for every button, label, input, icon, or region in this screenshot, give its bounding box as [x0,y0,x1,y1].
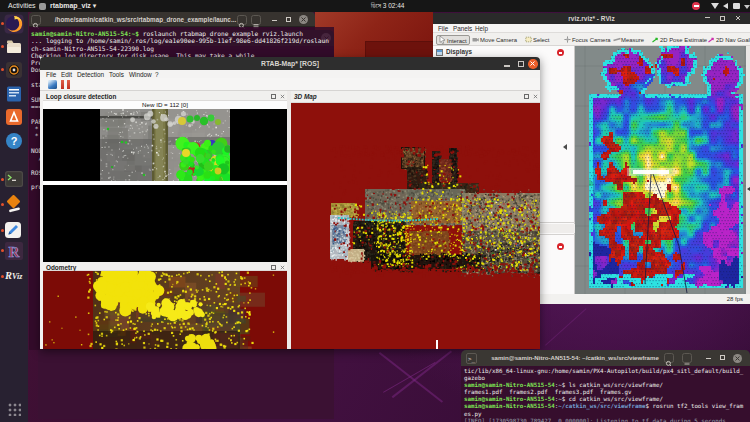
odometry-panel-header: Odometry [43,262,287,271]
dock-item-firefox[interactable] [4,14,24,34]
terminal1-headerbar[interactable]: /home/samin/catkin_ws/src/rtabmap_drone_… [29,12,315,27]
pause-icon[interactable] [61,80,70,89]
menu-panels[interactable]: Panels [453,25,472,32]
dock-item-files[interactable] [4,37,24,57]
rtabmap-left-column: Loop closure detection New ID = 112 [0] … [43,91,287,349]
loop-closure-panel-title: Loop closure detection [46,93,116,100]
search-button[interactable] [664,353,674,363]
clock[interactable]: ডিসে 3 02:44 [371,2,404,10]
rtabmap-right-column: 3D Map [291,91,540,349]
running-indicator [1,68,4,71]
close-icon[interactable] [735,15,741,22]
svg-text:?: ? [11,135,18,147]
screen-record-indicator [692,2,700,10]
terminal-icon: >_ [466,353,477,364]
float-icon[interactable] [271,265,276,270]
minimize-icon[interactable] [504,65,510,67]
tool-focus-camera[interactable]: Focus Camera [564,35,611,45]
interact-cursor-icon [439,36,446,43]
search-icon[interactable] [31,15,41,25]
float-icon[interactable] [524,94,529,99]
battery-icon[interactable] [733,3,740,9]
rtabmap-titlebar[interactable]: RTAB-Map* [ROS] [40,57,540,70]
detect-loop-icon[interactable] [48,80,57,89]
dock-item-help[interactable]: ? [4,131,24,151]
dock-item-ubuntu-software[interactable] [4,107,24,127]
network-icon[interactable] [711,3,719,9]
fps-counter: 28 fps [727,296,743,302]
activities-button[interactable]: Activities [8,2,36,10]
panel-header-icons [271,93,285,99]
system-menu-caret-icon[interactable] [744,5,750,9]
collapse-arrow-icon[interactable] [747,187,750,191]
map3d-panel-header: 3D Map [291,91,540,103]
menu-icon[interactable] [682,353,692,363]
volume-icon[interactable] [723,3,728,9]
maximize-icon[interactable] [286,17,291,22]
minimize-icon[interactable] [705,17,710,18]
views-panel-collapsed[interactable] [746,46,750,294]
dock-item-diamond-app[interactable] [4,195,24,215]
menu-help[interactable]: Help [475,25,488,32]
odometry-canvas[interactable] [43,271,287,349]
displays-buttons-partial[interactable] [538,224,575,233]
search-button[interactable] [237,15,247,25]
close-icon[interactable] [299,15,308,24]
camera-icon [472,36,479,43]
dock-item-text-editor[interactable] [4,221,24,241]
menu-file[interactable]: File [46,71,56,78]
tool-move-camera[interactable]: Move Camera [472,35,517,45]
maximize-icon[interactable] [720,355,725,360]
minimize-icon[interactable] [706,358,711,359]
close-icon[interactable] [528,59,538,69]
menu-window[interactable]: Window [129,71,152,78]
terminal2-headerbar[interactable]: >_ samin@samin-Nitro-AN515-54: ~/catkin_… [461,350,750,366]
panel-header-icons [524,93,538,99]
app-icon [39,3,46,10]
loop-closure-image[interactable] [43,109,287,181]
dock-item-rviz-logo[interactable]: RViz [4,267,24,287]
collapse-arrow-icon[interactable] [563,144,567,150]
close-icon[interactable] [733,354,742,363]
app-menu[interactable]: rtabmap_viz ▾ [50,2,96,10]
panel-header-icons [271,264,285,270]
menu-icon[interactable] [251,15,261,25]
close-icon[interactable] [280,94,285,99]
menu-help[interactable]: ? [155,71,159,78]
dock-item-terminal[interactable] [4,170,24,190]
maximize-icon[interactable] [720,16,725,21]
rviz-title: rviz.rviz* - RViz [433,15,750,22]
menu-detection[interactable]: Detection [77,71,104,78]
rviz-titlebar[interactable]: rviz.rviz* - RViz [433,13,750,24]
tool-2d-nav-goal[interactable]: 2D Nav Goal [708,35,750,45]
close-icon[interactable] [280,265,285,270]
rtabmap-window: RTAB-Map* [ROS] File Edit Detection Tool… [40,57,540,349]
minimize-icon[interactable] [272,20,277,21]
rviz-status-bar: 28 fps [540,294,750,304]
menu-tools[interactable]: Tools [109,71,124,78]
dock-item-rhythmbox[interactable] [4,60,24,80]
rviz-3d-view[interactable] [575,46,746,294]
tool-select[interactable]: Select [525,35,549,45]
svg-text:R: R [9,244,20,260]
menu-file[interactable]: File [438,25,448,32]
close-icon[interactable] [533,94,538,99]
menu-edit[interactable]: Edit [61,71,72,78]
rviz-toolbar: Interact Move Camera Select Focus Camera… [433,33,750,46]
dock-item-libreoffice-writer[interactable] [4,84,24,104]
tool-measure[interactable]: Measure [613,35,644,45]
green-arrow-icon [652,36,659,43]
odometry-panel-title: Odometry [46,264,76,271]
map3d-canvas[interactable] [291,103,540,349]
show-applications-button[interactable] [7,402,21,416]
focus-icon [564,36,571,43]
tool-2d-pose-estimate[interactable]: 2D Pose Estimate [652,35,707,45]
error-status-icon [557,243,564,250]
maximize-icon[interactable] [518,61,524,67]
tool-interact[interactable]: Interact [436,35,470,45]
float-icon[interactable] [271,94,276,99]
loop-feature-canvas [100,109,230,181]
loop-closure-empty-image[interactable] [43,185,287,262]
dock-item-rviz-r[interactable]: R [4,241,24,261]
terminal2-output[interactable]: tic/lib/x86_64-linux-gnu:/home/samin/PX4… [461,366,750,422]
